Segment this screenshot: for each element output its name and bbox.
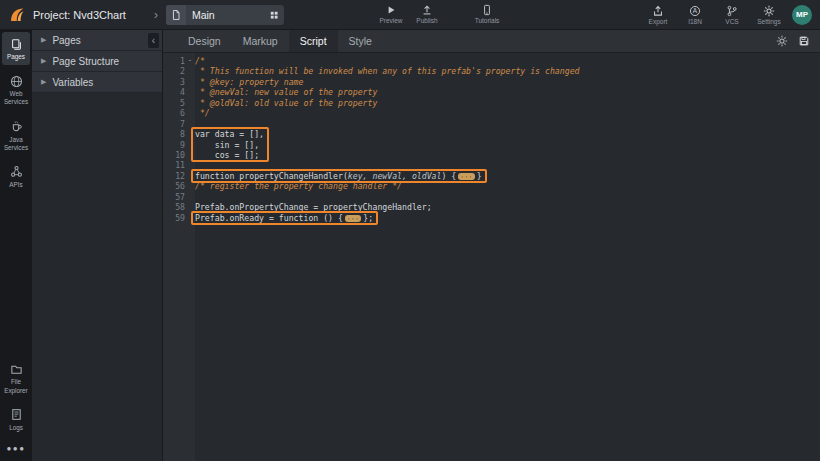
tab-bar-actions <box>776 30 820 52</box>
rail-item-label: Web Services <box>3 90 29 106</box>
code-line-3[interactable]: 3 * @key: property name <box>163 77 820 87</box>
action-settings[interactable]: Settings <box>755 4 783 25</box>
pages-icon <box>10 37 23 51</box>
project-title: Project: Nvd3Chart <box>33 9 126 21</box>
line-number: 2 <box>163 66 185 76</box>
code-line-7[interactable]: 7 <box>163 119 820 129</box>
line-number: 10 <box>163 150 185 160</box>
code-segment-comment: /* register the property change handler … <box>195 181 402 191</box>
line-number: 9 <box>163 140 185 150</box>
top-bar-right-actions: ExportAI18NVCSSettings <box>644 4 783 25</box>
code-line-8[interactable]: 8var data = [], <box>163 129 820 139</box>
code-line-6[interactable]: 6 */ <box>163 108 820 118</box>
code-segment-keyword: var <box>195 129 210 139</box>
code-line-10[interactable]: 10 cos = []; <box>163 150 820 160</box>
action-export[interactable]: Export <box>644 4 672 25</box>
code-segment-plain: ) { <box>441 171 456 181</box>
action-vcs[interactable]: VCS <box>718 4 746 25</box>
action-label-settings: Settings <box>757 18 781 25</box>
rail-item-label: Pages <box>7 53 25 61</box>
folded-code-pill[interactable]: ··· <box>345 215 361 222</box>
chevron-right-icon: › <box>154 8 158 22</box>
tab-markup[interactable]: Markup <box>232 30 289 52</box>
user-avatar[interactable]: MP <box>792 5 812 25</box>
tab-style[interactable]: Style <box>338 30 383 52</box>
tab-design[interactable]: Design <box>177 30 232 52</box>
code-text: cos = []; <box>195 150 259 160</box>
line-number: 58 <box>163 202 185 212</box>
folded-code-pill[interactable]: ··· <box>458 173 474 180</box>
icon-rail-top: PagesWeb ServicesJava ServicesAPIs <box>0 30 32 195</box>
top-bar-center-actions: PreviewPublishTutorials <box>377 3 501 24</box>
top-bar-left: Project: Nvd3Chart › Main <box>0 5 284 25</box>
code-editor[interactable]: 1-/*2 * This function will be invoked wh… <box>163 53 820 461</box>
code-line-4[interactable]: 4 * @newVal: new value of the property <box>163 87 820 97</box>
rail-item-logs[interactable]: Logs <box>2 403 30 436</box>
code-segment-plain: Prefab.onReady = <box>195 213 279 223</box>
line-number: 12 <box>163 171 185 181</box>
fold-toggle-icon[interactable]: - <box>185 56 195 66</box>
wavemaker-logo-icon[interactable] <box>8 6 26 24</box>
panel-section-variables[interactable]: ▶Variables <box>32 72 162 93</box>
action-i18n[interactable]: AI18N <box>681 4 709 25</box>
panel-section-pages[interactable]: ▶Pages <box>32 30 162 51</box>
action-publish[interactable]: Publish <box>413 3 441 24</box>
code-text: * @oldVal: old value of the property <box>195 98 377 108</box>
rail-item-pages[interactable]: Pages <box>2 32 30 65</box>
code-line-2[interactable]: 2 * This function will be invoked when a… <box>163 66 820 76</box>
code-segment-plain: }; <box>363 213 373 223</box>
code-line-12[interactable]: 12function propertyChangeHandler(key, ne… <box>163 171 820 181</box>
line-number: 7 <box>163 119 185 129</box>
branch-icon <box>726 4 738 17</box>
line-number: 6 <box>163 108 185 118</box>
code-line-57[interactable]: 57 <box>163 192 820 202</box>
more-options-button[interactable]: ●●● <box>0 438 32 461</box>
rail-item-label: Logs <box>9 424 23 432</box>
code-line-59[interactable]: 59Prefab.onReady = function () {···}; <box>163 213 820 223</box>
code-segment-keyword: function <box>279 213 318 223</box>
code-segment-plain: } <box>477 171 482 181</box>
line-number: 4 <box>163 87 185 97</box>
code-line-1[interactable]: 1-/* <box>163 56 820 66</box>
panel-section-label: Pages <box>52 35 80 46</box>
page-file-icon <box>166 5 186 25</box>
code-text: var data = [], <box>195 129 264 139</box>
action-label-export: Export <box>649 18 668 25</box>
tab-script[interactable]: Script <box>289 30 338 52</box>
folder-icon <box>10 362 23 376</box>
code-text: /* <box>195 56 205 66</box>
line-number: 57 <box>163 192 185 202</box>
action-preview[interactable]: Preview <box>377 3 405 24</box>
line-number: 56 <box>163 181 185 191</box>
script-settings-gear-icon[interactable] <box>776 35 788 47</box>
collapse-panel-button[interactable]: ‹ <box>148 33 159 48</box>
rail-item-java-services[interactable]: Java Services <box>2 115 30 156</box>
body: PagesWeb ServicesJava ServicesAPIs File … <box>0 30 820 461</box>
action-tutorials[interactable]: Tutorials <box>473 3 501 24</box>
rail-item-web-services[interactable]: Web Services <box>2 69 30 110</box>
action-label-preview: Preview <box>379 17 402 24</box>
rail-item-file-explorer[interactable]: File Explorer <box>2 357 30 398</box>
save-icon[interactable] <box>798 35 810 47</box>
line-number: 5 <box>163 98 185 108</box>
line-number: 3 <box>163 77 185 87</box>
code-segment-plain: Prefab.onPropertyChange = propertyChange… <box>195 202 432 212</box>
code-segment-comment: * @key: property name <box>195 77 303 87</box>
tabs: DesignMarkupScriptStyle <box>177 30 383 52</box>
page-selector[interactable]: Main <box>166 5 284 25</box>
panel-section-label: Variables <box>52 77 93 88</box>
code-line-5[interactable]: 5 * @oldVal: old value of the property <box>163 98 820 108</box>
code-line-11[interactable]: 11 <box>163 160 820 170</box>
svg-text:A: A <box>693 7 698 14</box>
line-number: 8 <box>163 129 185 139</box>
grid-icon[interactable] <box>264 10 284 20</box>
code-segment-param: key, newVal, oldVal <box>348 171 442 181</box>
code-text: Prefab.onPropertyChange = propertyChange… <box>195 202 432 212</box>
rail-item-apis[interactable]: APIs <box>2 160 30 193</box>
code-line-9[interactable]: 9 sin = [], <box>163 140 820 150</box>
code-text: /* register the property change handler … <box>195 181 402 191</box>
code-line-58[interactable]: 58Prefab.onPropertyChange = propertyChan… <box>163 202 820 212</box>
code-line-56[interactable]: 56/* register the property change handle… <box>163 181 820 191</box>
code-text: sin = [], <box>195 140 259 150</box>
panel-section-page-structure[interactable]: ▶Page Structure <box>32 51 162 72</box>
